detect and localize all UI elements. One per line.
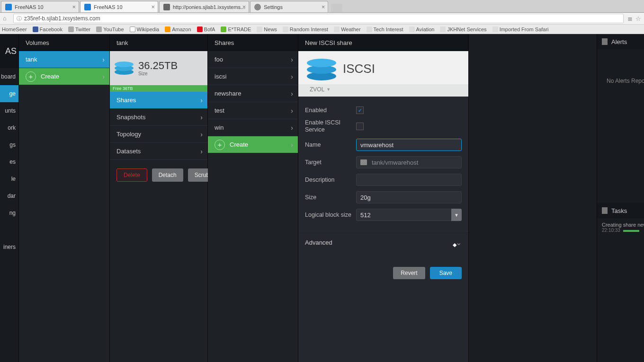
bookmark[interactable]: E*TRADE — [221, 26, 251, 32]
bookmark[interactable]: Random Interest — [283, 26, 328, 32]
tab-label: FreeNAS 10 — [94, 4, 123, 10]
etrade-icon — [221, 26, 226, 32]
tasks-header[interactable]: Tasks — [597, 203, 644, 218]
create-label: Create — [230, 141, 291, 148]
star-icon[interactable]: ☆ — [635, 15, 641, 22]
tasks-icon — [602, 207, 608, 214]
tank-actions: Delete Detach Scrub — [110, 160, 207, 190]
share-type-dropdown[interactable]: ZVOL▼ — [298, 84, 468, 97]
size-input[interactable] — [356, 191, 462, 203]
label-name: Name — [305, 141, 356, 149]
bookmark[interactable]: HomeSeer — [2, 26, 27, 32]
alerts-header[interactable]: Alerts — [597, 34, 644, 49]
description-input[interactable] — [356, 174, 462, 186]
target-input[interactable]: tank/vmwarehost — [356, 156, 462, 168]
bookmark[interactable]: Twitter — [68, 26, 90, 32]
volumes-column: Volumes tank › + Create › — [19, 34, 110, 362]
tank-menu-datasets[interactable]: Datasets› — [110, 143, 207, 160]
lbs-select[interactable] — [356, 209, 451, 221]
revert-button[interactable]: Revert — [393, 267, 425, 279]
nav-services[interactable]: es — [0, 153, 18, 170]
bookmark[interactable]: JKHNet Services — [440, 26, 486, 32]
nav-accounts[interactable]: unts — [0, 102, 18, 119]
plus-icon: + — [215, 140, 225, 150]
bookmark[interactable]: Amazon — [165, 26, 191, 32]
label-enabled: Enabled — [305, 107, 356, 114]
chevron-right-icon: › — [291, 107, 293, 115]
bookmark[interactable]: BofA — [197, 26, 215, 32]
create-label: Create — [41, 73, 102, 80]
dropdown-button[interactable]: ▼ — [451, 209, 462, 221]
amazon-icon — [165, 26, 170, 32]
create-share-button[interactable]: + Create › — [208, 136, 298, 153]
menu-icon[interactable]: ≣ — [627, 15, 633, 22]
share-item-win[interactable]: win› — [208, 119, 298, 136]
close-icon[interactable]: × — [72, 3, 76, 10]
bookmark[interactable]: Tech Interest — [367, 26, 403, 32]
new-tab-button[interactable] — [331, 4, 342, 12]
close-icon[interactable]: × — [151, 3, 155, 10]
tank-menu-shares[interactable]: Shares› — [110, 92, 207, 109]
enable-service-checkbox[interactable]: ✓ — [356, 123, 364, 130]
chevron-right-icon: › — [200, 148, 203, 155]
browser-tab[interactable]: FreeNAS 10× — [80, 1, 158, 12]
browser-tab[interactable]: Settings× — [250, 1, 328, 12]
browser-tab[interactable]: http://ponies.sjlab1.ixsystems...× — [159, 1, 249, 12]
home-icon[interactable]: ⌂ — [3, 15, 10, 22]
nav-peering[interactable]: ng — [0, 204, 18, 221]
nav-dashboard[interactable]: board — [0, 68, 18, 85]
save-button[interactable]: Save — [430, 267, 462, 279]
create-volume-button[interactable]: + Create › — [19, 68, 109, 85]
bookmark[interactable]: Aviation — [409, 26, 435, 32]
enabled-checkbox[interactable]: ✓ — [356, 106, 364, 114]
twitter-icon — [68, 26, 74, 32]
tank-menu-snapshots[interactable]: Snapshots› — [110, 109, 207, 126]
advanced-toggle[interactable]: Advanced ⌄◆ — [298, 231, 468, 254]
nav-blank[interactable] — [0, 221, 18, 238]
bookmark[interactable]: Weather — [334, 26, 360, 32]
bookmarks-bar: HomeSeer Facebook Twitter YouTube Wikipe… — [0, 25, 644, 34]
browser-tab[interactable]: FreeNAS 10× — [1, 1, 79, 12]
task-item: Creating share news 22:10:33 — [597, 218, 644, 237]
free-space-bar: Free 36TB — [110, 85, 207, 92]
bookmark[interactable]: Wikipedia — [130, 26, 160, 32]
cursor-icon: ◆ — [453, 242, 456, 248]
close-icon[interactable]: × — [322, 3, 325, 10]
name-input[interactable] — [356, 139, 462, 151]
label-lbs: Logical block size — [305, 212, 356, 219]
label-enable-service: Enable ISCSI Service — [305, 119, 356, 133]
bookmark[interactable]: YouTube — [96, 26, 124, 32]
volume-label: tank — [26, 56, 37, 63]
share-item-newshare[interactable]: newshare› — [208, 85, 298, 102]
nav-network[interactable]: ork — [0, 119, 18, 136]
chevron-right-icon: › — [102, 56, 105, 63]
folder-icon — [409, 26, 415, 32]
chevron-down-icon: ▼ — [326, 87, 331, 92]
share-item-test[interactable]: test› — [208, 102, 298, 119]
share-title: ISCSI — [343, 62, 375, 76]
bookmark[interactable]: News — [257, 26, 277, 32]
detach-button[interactable]: Detach — [152, 168, 183, 182]
app-logo: AS — [0, 34, 18, 68]
nav-storage[interactable]: ge — [0, 85, 18, 102]
right-sidebar: Alerts No Alerts Repo Tasks Creating sha… — [597, 34, 644, 362]
nav-containers[interactable]: iners — [0, 238, 18, 256]
volume-size-label: Size — [138, 71, 178, 76]
chevron-right-icon: › — [200, 114, 203, 121]
column-header: tank — [110, 34, 207, 51]
url-text: z35ref-b.sjlab1.ixsystems.com — [24, 15, 100, 22]
share-item-foo[interactable]: foo› — [208, 51, 298, 68]
nav-console[interactable]: le — [0, 170, 18, 187]
volume-item-tank[interactable]: tank › — [19, 51, 109, 68]
bookmark[interactable]: Facebook — [33, 26, 63, 32]
delete-button[interactable]: Delete — [116, 168, 147, 182]
chevron-right-icon: › — [200, 97, 203, 104]
close-icon[interactable]: × — [242, 3, 246, 10]
bookmark[interactable]: Imported From Safari — [492, 26, 549, 32]
share-item-iscsi[interactable]: iscsi› — [208, 68, 298, 85]
url-input[interactable]: ⓘz35ref-b.sjlab1.ixsystems.com — [13, 14, 624, 23]
nav-calendar[interactable]: dar — [0, 187, 18, 204]
tank-menu-topology[interactable]: Topology› — [110, 126, 207, 143]
nav-settings[interactable]: gs — [0, 136, 18, 153]
browser-tab-strip: FreeNAS 10× FreeNAS 10× http://ponies.sj… — [0, 0, 644, 13]
